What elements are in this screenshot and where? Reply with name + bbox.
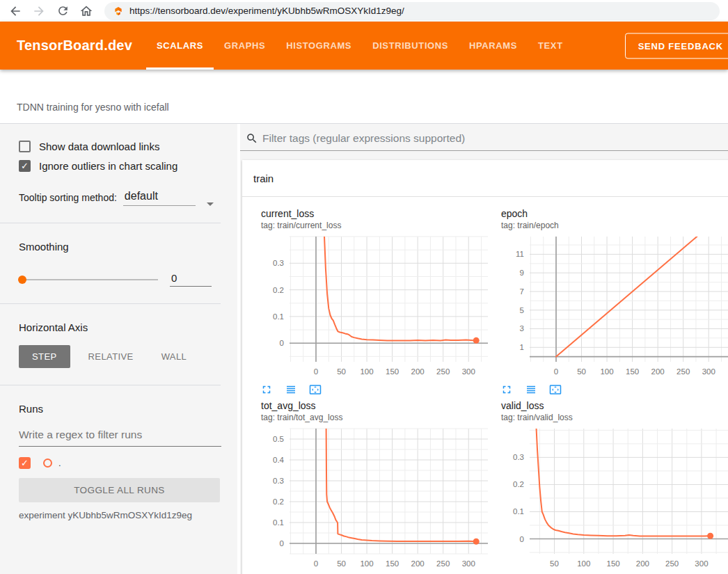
chart-actions: [260, 383, 489, 396]
tab-text[interactable]: TEXT: [528, 22, 573, 70]
chart-plot-current_loss[interactable]: 05010015020025030000.10.20.3: [249, 234, 489, 379]
svg-text:200: 200: [411, 559, 425, 568]
smoothing-label: Smoothing: [19, 241, 221, 253]
reload-icon: [56, 4, 70, 17]
svg-text:0.1: 0.1: [513, 507, 524, 516]
tab-distributions[interactable]: DISTRIBUTIONS: [362, 22, 459, 70]
forward-arrow-icon: [32, 4, 46, 18]
chart-card-current_loss: current_losstag: train/current_loss05010…: [249, 208, 489, 396]
tag-group-header[interactable]: train: [242, 160, 728, 197]
search-icon: [246, 132, 258, 145]
svg-text:0: 0: [520, 535, 524, 543]
tensorboard-favicon: [113, 6, 124, 17]
send-feedback-button[interactable]: SEND FEEDBACK: [625, 33, 728, 58]
svg-text:0.3: 0.3: [513, 453, 524, 461]
svg-text:100: 100: [577, 559, 590, 568]
svg-text:0.1: 0.1: [273, 312, 284, 321]
tooltip-sorting-select[interactable]: default: [123, 190, 196, 206]
svg-text:0.3: 0.3: [273, 259, 284, 267]
chart-plot-tot_avg_loss[interactable]: 05010015020025030000.10.20.30.40.5: [249, 426, 489, 571]
svg-text:0: 0: [554, 367, 558, 376]
svg-text:0.2: 0.2: [273, 497, 284, 506]
axis-wall-button[interactable]: WALL: [152, 345, 197, 368]
chart-title: tot_avg_loss: [261, 400, 489, 411]
expand-chart-button[interactable]: [500, 383, 513, 396]
svg-text:300: 300: [695, 559, 708, 568]
svg-text:150: 150: [386, 367, 399, 376]
nav-tabs: SCALARS GRAPHS HISTOGRAMS DISTRIBUTIONS …: [146, 22, 573, 70]
chart-title: current_loss: [261, 208, 489, 219]
svg-text:0: 0: [280, 539, 284, 548]
svg-text:150: 150: [626, 367, 639, 376]
axis-step-button[interactable]: STEP: [19, 345, 70, 368]
tab-histograms[interactable]: HISTOGRAMS: [276, 22, 362, 70]
svg-text:200: 200: [636, 559, 649, 568]
checkbox-unchecked-icon: [19, 141, 31, 152]
checkbox-label: Ignore outliers in chart scaling: [39, 160, 177, 172]
smoothing-slider[interactable]: [19, 279, 158, 280]
smoothing-value[interactable]: 0: [170, 272, 212, 287]
fit-domain-button[interactable]: [549, 383, 562, 396]
experiment-bar: TDNN training for yesno with icefall: [0, 70, 728, 124]
chart-title: epoch: [501, 208, 728, 219]
app-header: TensorBoard.dev SCALARS GRAPHS HISTOGRAM…: [0, 22, 728, 70]
svg-text:0.2: 0.2: [513, 480, 524, 488]
chart-card-epoch: epochtag: train/epoch0501001502002503001…: [489, 208, 728, 396]
runs-filter-input[interactable]: [19, 426, 221, 447]
svg-text:100: 100: [360, 559, 373, 568]
toggle-runs-list-button[interactable]: [285, 383, 297, 396]
svg-text:200: 200: [651, 367, 665, 376]
fit-domain-icon: [549, 383, 562, 396]
svg-text:250: 250: [436, 367, 450, 376]
chart-tag: tag: train/valid_loss: [501, 413, 728, 422]
tab-graphs[interactable]: GRAPHS: [214, 22, 276, 70]
svg-text:200: 200: [411, 367, 425, 376]
horizontal-axis-buttons: STEP RELATIVE WALL: [19, 345, 221, 368]
svg-text:0.3: 0.3: [273, 477, 284, 485]
svg-text:5: 5: [520, 306, 524, 314]
smoothing-slider-thumb[interactable]: [18, 276, 26, 284]
tab-scalars[interactable]: SCALARS: [146, 22, 214, 70]
checkbox-checked-icon: ✓: [19, 160, 31, 172]
svg-text:250: 250: [665, 559, 679, 568]
svg-text:300: 300: [702, 367, 715, 376]
url-text: https://tensorboard.dev/experiment/yKUbh…: [129, 6, 404, 16]
run-checkbox[interactable]: ✓: [19, 457, 31, 469]
tooltip-sorting-label: Tooltip sorting method:: [19, 192, 117, 206]
run-color-swatch[interactable]: [43, 459, 52, 468]
toggle-runs-list-button[interactable]: [525, 383, 537, 396]
expand-chart-button[interactable]: [260, 383, 273, 396]
chart-actions: [500, 383, 728, 396]
forward-button[interactable]: [31, 3, 47, 19]
home-icon: [79, 4, 93, 18]
axis-relative-button[interactable]: RELATIVE: [79, 345, 143, 368]
ignore-outliers-checkbox[interactable]: ✓ Ignore outliers in chart scaling: [19, 160, 221, 172]
back-arrow-icon: [8, 4, 22, 18]
reload-button[interactable]: [54, 3, 71, 19]
scalars-dashboard: train current_losstag: train/current_los…: [240, 124, 728, 574]
chart-plot-valid_loss[interactable]: 5010015020025030000.10.20.3: [489, 426, 728, 571]
run-row: ✓ .: [19, 457, 221, 469]
experiment-title: TDNN training for yesno with icefall: [0, 102, 169, 123]
chevron-down-icon: [207, 202, 214, 206]
chart-tag: tag: train/tot_avg_loss: [261, 413, 489, 422]
app-logo[interactable]: TensorBoard.dev: [17, 38, 132, 54]
address-bar[interactable]: https://tensorboard.dev/experiment/yKUbh…: [104, 2, 720, 20]
svg-text:0: 0: [314, 559, 318, 568]
back-button[interactable]: [7, 3, 24, 19]
lines-icon: [525, 383, 537, 396]
fullscreen-icon: [500, 383, 513, 396]
chart-plot-epoch[interactable]: 0501001502002503001357911: [489, 234, 728, 379]
svg-text:11: 11: [516, 250, 524, 258]
svg-text:0.4: 0.4: [273, 456, 285, 464]
fit-domain-button[interactable]: [309, 383, 322, 396]
tag-filter-input[interactable]: [262, 132, 728, 145]
toggle-all-runs-button[interactable]: TOGGLE ALL RUNS: [19, 478, 220, 502]
experiment-id: experiment yKUbhb5wRmOSXYkId1z9eg: [19, 510, 221, 520]
home-button[interactable]: [78, 3, 95, 19]
show-download-links-checkbox[interactable]: Show data download links: [19, 141, 221, 152]
svg-text:0.1: 0.1: [273, 518, 284, 527]
tab-hparams[interactable]: HPARAMS: [459, 22, 528, 70]
charts-grid: current_losstag: train/current_loss05010…: [242, 197, 728, 574]
svg-text:0: 0: [280, 339, 284, 347]
